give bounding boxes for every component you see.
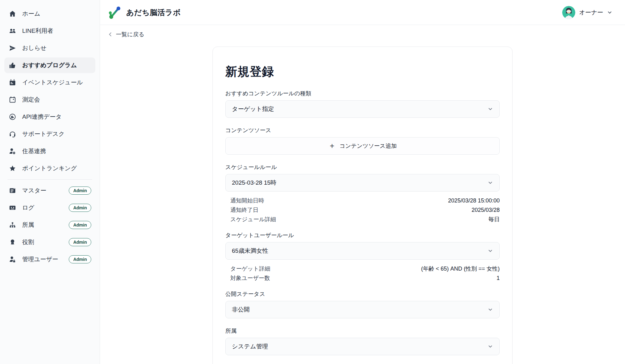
publish-status-value: 非公開 [232, 306, 488, 314]
detail-value: 2025/03/28 [472, 207, 500, 213]
chevron-down-icon [488, 106, 493, 112]
schedule-rule-value: 2025-03-28 15時 [232, 179, 488, 187]
sidebar-item-affiliation[interactable]: 所属 Admin [4, 217, 95, 233]
chevron-down-icon [488, 344, 493, 349]
sidebar-item-line-users[interactable]: LINE利用者 [4, 23, 95, 39]
department-label: 所属 [225, 327, 500, 335]
field-rule-type: おすすめコンテンツルールの種類 ターゲット指定 [225, 90, 500, 118]
admin-badge: Admin [69, 238, 91, 246]
brand[interactable]: あだち脳活ラボ [108, 5, 181, 20]
sidebar-item-support-desk[interactable]: サポートデスク [4, 126, 95, 142]
woman-avatar [562, 6, 575, 19]
department-value: システム管理 [232, 342, 488, 351]
rule-type-label: おすすめコンテンツルールの種類 [225, 90, 500, 97]
server-icon [8, 187, 17, 195]
sidebar-item-label: LINE利用者 [22, 27, 53, 35]
field-schedule-rule: スケジュールルール 2025-03-28 15時 通知開始日時 2025/03/… [225, 163, 500, 224]
registration-form-card: 新規登録 おすすめコンテンツルールの種類 ターゲット指定 コンテンツソース ＋ … [212, 47, 512, 364]
content-area: 一覧に戻る 新規登録 おすすめコンテンツルールの種類 ターゲット指定 コンテンツ… [100, 25, 625, 364]
sidebar-item-measurement[interactable]: 測定会 [4, 92, 95, 107]
sidebar-item-label: イベントスケジュール [22, 78, 83, 87]
back-to-list-link[interactable]: 一覧に戻る [108, 31, 144, 38]
admin-badge: Admin [69, 187, 91, 195]
detail-row: 通知開始日時 2025/03/28 15:00:00 [230, 196, 500, 205]
users-icon [8, 27, 17, 35]
sidebar-item-label: 測定会 [22, 96, 40, 104]
chevron-down-icon [488, 248, 493, 254]
sidebar-item-point-ranking[interactable]: ポイントランキング [4, 161, 95, 176]
chevron-left-icon [108, 32, 113, 37]
rule-type-select[interactable]: ターゲット指定 [225, 100, 500, 118]
sidebar-item-log[interactable]: ログ Admin [4, 200, 95, 216]
main-area: あだち脳活ラボ オーナー 一覧に戻 [100, 0, 625, 364]
sidebar-item-label: 管理ユーザー [22, 255, 58, 263]
chevron-down-icon [488, 180, 493, 186]
sidebar-item-juki-link[interactable]: 住基連携 [4, 143, 95, 159]
sidebar-item-home[interactable]: ホーム [4, 6, 95, 22]
publish-status-select[interactable]: 非公開 [225, 301, 500, 318]
sidebar-item-admin-users[interactable]: 管理ユーザー Admin [4, 252, 95, 267]
page-title: 新規登録 [225, 64, 500, 80]
schedule-rule-label: スケジュールルール [225, 163, 500, 171]
detail-label: 通知開始日時 [230, 197, 264, 204]
sidebar-divider [8, 179, 92, 180]
schedule-rule-select[interactable]: 2025-03-28 15時 [225, 174, 500, 192]
sidebar-item-news[interactable]: おしらせ [4, 40, 95, 56]
schedule-details: 通知開始日時 2025/03/28 15:00:00 通知終了日 2025/03… [225, 192, 500, 224]
sidebar-item-label: ホーム [22, 10, 40, 18]
detail-row: 対象ユーザー数 1 [230, 273, 500, 283]
sidebar-item-label: API連携データ [22, 113, 62, 121]
field-content-source: コンテンツソース ＋ コンテンツソース追加 [225, 127, 500, 155]
sidebar-item-label: ポイントランキング [22, 164, 77, 172]
sidebar-item-roles[interactable]: 役割 Admin [4, 234, 95, 250]
content-source-label: コンテンツソース [225, 127, 500, 134]
field-department: 所属 システム管理 [225, 327, 500, 355]
sitemap-icon [8, 221, 17, 229]
chevron-down-icon [488, 307, 493, 312]
department-select[interactable]: システム管理 [225, 338, 500, 355]
chevron-down-icon [607, 10, 612, 15]
log-icon [8, 204, 17, 212]
sidebar-item-label: おしらせ [22, 44, 47, 52]
plug-icon [8, 113, 17, 121]
publish-status-label: 公開ステータス [225, 290, 500, 298]
sidebar: ホーム LINE利用者 おしらせ おすすめプログラム イベントスケジュール 測定… [0, 0, 100, 364]
rule-type-value: ターゲット指定 [232, 105, 488, 113]
brand-logo-icon [108, 5, 122, 20]
detail-label: スケジュール詳細 [230, 216, 276, 223]
user-lock-icon [8, 255, 17, 263]
admin-badge: Admin [69, 255, 91, 263]
field-publish-status: 公開ステータス 非公開 [225, 290, 500, 318]
detail-label: 対象ユーザー数 [230, 274, 270, 282]
top-bar: あだち脳活ラボ オーナー [100, 0, 625, 25]
plus-icon: ＋ [328, 142, 336, 149]
headset-icon [8, 130, 17, 138]
star-icon [8, 164, 17, 172]
detail-row: スケジュール詳細 毎日 [230, 215, 500, 224]
person-gear-icon [8, 147, 17, 155]
target-rule-label: ターゲットユーザールール [225, 232, 500, 239]
detail-label: ターゲット詳細 [230, 265, 270, 272]
sidebar-item-label: おすすめプログラム [22, 61, 77, 69]
target-rule-select[interactable]: 65歳未満女性 [225, 242, 500, 260]
send-icon [8, 44, 17, 52]
sidebar-item-master[interactable]: マスター Admin [4, 183, 95, 198]
back-to-list-label: 一覧に戻る [116, 31, 144, 38]
sidebar-item-label: サポートデスク [22, 130, 65, 138]
sidebar-item-api-data[interactable]: API連携データ [4, 109, 95, 125]
sidebar-item-event-schedule[interactable]: イベントスケジュール [4, 75, 95, 90]
sidebar-item-recommended-programs[interactable]: おすすめプログラム [4, 57, 95, 73]
detail-value: (年齢 < 65) AND (性別 == 女性) [421, 265, 500, 272]
admin-badge: Admin [69, 204, 91, 212]
detail-row: ターゲット詳細 (年齢 < 65) AND (性別 == 女性) [230, 264, 500, 273]
sidebar-item-label: 所属 [22, 221, 34, 229]
user-menu[interactable]: オーナー [562, 6, 612, 19]
field-target-user-rule: ターゲットユーザールール 65歳未満女性 ターゲット詳細 (年齢 < 65) A… [225, 232, 500, 283]
add-content-source-label: コンテンツソース追加 [340, 142, 397, 150]
thumbs-up-icon [8, 61, 17, 69]
add-content-source-button[interactable]: ＋ コンテンツソース追加 [225, 137, 500, 155]
sidebar-item-label: マスター [22, 187, 46, 195]
medal-icon [8, 238, 17, 246]
sidebar-item-label: 住基連携 [22, 147, 46, 155]
target-rule-value: 65歳未満女性 [232, 247, 488, 255]
